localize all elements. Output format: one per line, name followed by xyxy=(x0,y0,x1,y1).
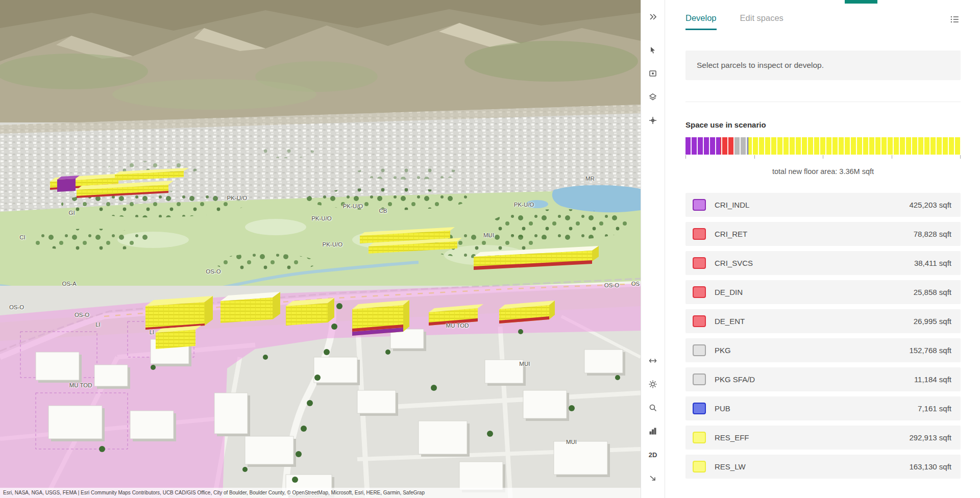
space-row[interactable]: PUB7,161 sqft xyxy=(685,396,961,420)
space-type-swatch xyxy=(693,286,706,298)
space-type-swatch xyxy=(693,199,706,211)
space-type-value: 25,858 sqft xyxy=(914,288,951,296)
daylight-sun-icon[interactable] xyxy=(643,374,663,394)
bar-segment-CRI_INDL xyxy=(685,137,720,155)
bar-segment-CRI_RET xyxy=(720,137,727,155)
space-row[interactable]: RES_EFF292,913 sqft xyxy=(685,426,961,450)
bar-segment-PKG SFA/D xyxy=(747,137,748,155)
space-type-swatch xyxy=(693,432,706,443)
space-type-swatch xyxy=(693,374,706,385)
screenshot-frame-icon[interactable] xyxy=(643,63,663,84)
measure-icon[interactable] xyxy=(643,351,663,371)
space-type-value: 163,130 sqft xyxy=(909,462,951,471)
space-type-value: 7,161 sqft xyxy=(918,404,951,413)
space-row[interactable]: CRI_SVCS38,411 sqft xyxy=(685,251,961,275)
recenter-icon[interactable] xyxy=(643,110,663,131)
2d-toggle[interactable]: 2D xyxy=(643,444,663,465)
space-use-axis xyxy=(685,155,961,159)
collapse-panel-icon[interactable] xyxy=(643,7,663,27)
slope-arrow-icon[interactable] xyxy=(643,468,663,488)
space-type-label: PKG xyxy=(715,346,731,355)
tab-edit-spaces[interactable]: Edit spaces xyxy=(740,13,783,30)
space-type-swatch xyxy=(693,315,706,327)
map-toolbar: 2D xyxy=(641,0,665,498)
space-type-swatch xyxy=(693,461,706,472)
space-type-value: 292,913 sqft xyxy=(909,433,951,442)
space-row[interactable]: DE_DIN25,858 sqft xyxy=(685,280,961,304)
axis-tick xyxy=(892,155,892,159)
space-type-label: DE_ENT xyxy=(715,317,745,326)
space-row[interactable]: DE_ENT26,995 sqft xyxy=(685,309,961,333)
map-scene xyxy=(0,0,641,498)
bar-segment-RES_LW xyxy=(772,137,786,155)
bar-segment-PKG xyxy=(734,137,747,155)
space-use-title: Space use in scenario xyxy=(685,120,961,129)
space-type-swatch xyxy=(693,344,706,356)
space-type-label: RES_EFF xyxy=(715,433,749,442)
axis-tick xyxy=(823,155,823,159)
bar-segment-DE_ENT xyxy=(732,137,734,155)
bar-segment-DE_DIN xyxy=(730,137,732,155)
space-rows: CRI_INDL425,203 sqftCRI_RET78,828 sqftCR… xyxy=(685,193,961,479)
total-floor-area-caption: total new floor area: 3.36M sqft xyxy=(685,167,961,176)
space-use-bar xyxy=(685,137,961,155)
space-type-swatch xyxy=(693,257,706,269)
axis-tick xyxy=(685,155,686,159)
inspect-search-icon[interactable] xyxy=(643,397,663,418)
space-type-label: CRI_INDL xyxy=(715,201,749,209)
bar-segment-RES_EFF xyxy=(748,137,772,155)
map-attribution: Esri, NASA, NGA, USGS, FEMA | Esri Commu… xyxy=(0,488,641,498)
space-type-value: 26,995 sqft xyxy=(914,317,951,326)
axis-tick xyxy=(754,155,755,159)
space-row[interactable]: PKG SFA/D11,184 sqft xyxy=(685,367,961,391)
space-type-label: PKG SFA/D xyxy=(715,375,755,384)
space-row[interactable]: CRI_INDL425,203 sqft xyxy=(685,193,961,217)
space-type-label: DE_DIN xyxy=(715,288,743,296)
space-row[interactable]: RES_LW163,130 sqft xyxy=(685,455,961,479)
space-type-value: 152,768 sqft xyxy=(909,346,951,355)
space-type-value: 11,184 sqft xyxy=(914,375,951,384)
pointer-select-icon[interactable] xyxy=(643,40,663,60)
legend-list-icon[interactable] xyxy=(948,13,961,27)
space-type-swatch xyxy=(693,403,706,414)
bar-chart-icon[interactable] xyxy=(643,421,663,441)
space-row[interactable]: CRI_RET78,828 sqft xyxy=(685,222,961,246)
space-type-label: CRI_RET xyxy=(715,230,747,238)
space-type-swatch xyxy=(693,228,706,240)
bar-segment-PUB xyxy=(748,137,748,155)
space-type-value: 425,203 sqft xyxy=(909,201,951,209)
space-type-label: CRI_SVCS xyxy=(715,259,753,267)
app-root: MRGICIPK-U/OPK-U/OPK-U/OPK-U/OPK-U/OCBMU… xyxy=(0,0,980,498)
space-type-label: PUB xyxy=(715,404,730,413)
header-accent-bar xyxy=(845,0,877,4)
panel-tabs: Develop Edit spaces xyxy=(685,0,961,30)
space-type-value: 78,828 sqft xyxy=(914,230,951,238)
axis-tick xyxy=(960,155,961,159)
bar-segment-CRI_SVCS xyxy=(727,137,730,155)
develop-panel: Develop Edit spaces Select parcels to in… xyxy=(665,0,980,498)
space-row[interactable]: PKG152,768 sqft xyxy=(685,338,961,362)
space-type-label: RES_LW xyxy=(715,462,746,471)
select-parcels-hint-text: Select parcels to inspect or develop. xyxy=(697,61,824,70)
bar-segment-remaining xyxy=(786,137,961,155)
map-view[interactable]: MRGICIPK-U/OPK-U/OPK-U/OPK-U/OPK-U/OCBMU… xyxy=(0,0,641,498)
layers-icon[interactable] xyxy=(643,87,663,107)
section-divider xyxy=(685,102,961,102)
space-type-value: 38,411 sqft xyxy=(914,259,951,267)
tab-develop[interactable]: Develop xyxy=(685,13,717,30)
select-parcels-hint: Select parcels to inspect or develop. xyxy=(685,51,961,80)
